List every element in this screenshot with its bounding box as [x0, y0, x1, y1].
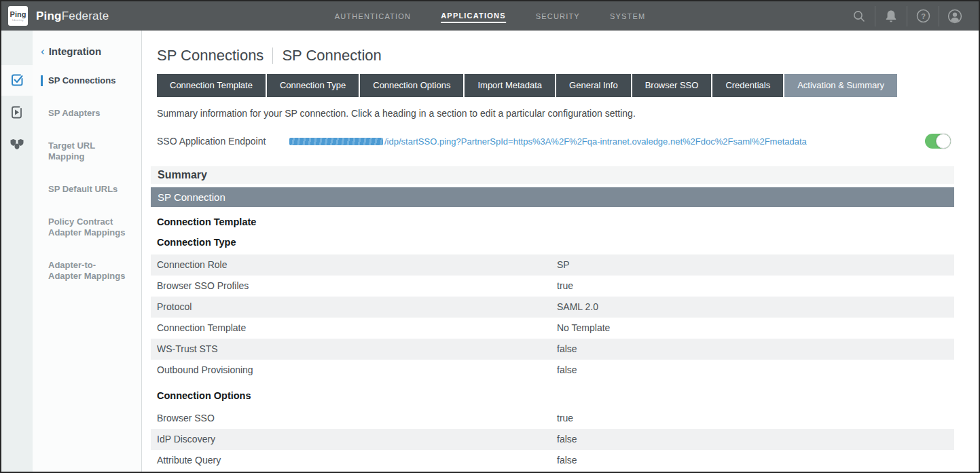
sso-endpoint-link[interactable]: /idp/startSSO.ping?PartnerSpId=https%3A%…	[289, 136, 807, 147]
logo-subtext: Identity	[12, 18, 24, 22]
row-label: Attribute Query	[157, 455, 221, 466]
row-value: SP	[557, 254, 570, 276]
tab-connection-options[interactable]: Connection Options	[360, 74, 463, 97]
row-value: true	[557, 408, 573, 429]
sp-adapters-icon[interactable]	[10, 105, 24, 122]
summary-section-header: Summary	[151, 166, 954, 184]
sidebar: ‹ Integration SP ConnectionsSP AdaptersT…	[33, 31, 142, 472]
sso-endpoint-label: SSO Application Endpoint	[157, 136, 289, 147]
row-label: WS-Trust STS	[157, 343, 218, 354]
sso-endpoint-row: SSO Application Endpoint /idp/startSSO.p…	[157, 134, 954, 149]
icon-rail	[1, 31, 33, 472]
app-title-bold: Ping	[36, 10, 62, 22]
ping-logo[interactable]: Ping Identity	[8, 6, 28, 26]
app-title-light: Federate	[62, 10, 109, 22]
sidebar-items: SP ConnectionsSP AdaptersTarget URL Mapp…	[41, 75, 141, 282]
tab-import-metadata[interactable]: Import Metadata	[465, 74, 555, 97]
title-divider	[272, 48, 273, 64]
search-icon[interactable]	[848, 6, 871, 26]
sidebar-item-sp-default-urls[interactable]: SP Default URLs	[41, 184, 128, 195]
tab-connection-type[interactable]: Connection Type	[267, 74, 359, 97]
section-heading-connection-template[interactable]: Connection Template	[151, 216, 954, 227]
divider	[907, 6, 907, 26]
summary-row-browser-sso: Browser SSO true	[151, 408, 954, 429]
summary-group: Connection Options Browser SSO true IdP …	[151, 390, 954, 471]
summary-row-browser-sso-profiles: Browser SSO Profiles true	[151, 276, 954, 297]
page-title: SP Connections SP Connection	[151, 47, 954, 64]
tab-browser-sso[interactable]: Browser SSO	[632, 74, 712, 97]
summary-row-outbound-provisioning: Outbound Provisioning false	[151, 360, 954, 381]
summary-help-text: Summary information for your SP connecti…	[157, 108, 954, 119]
sp-connections-icon[interactable]	[10, 73, 24, 90]
summary-groups: Connection Template Connection Type Conn…	[151, 216, 954, 471]
summary-row-connection-role: Connection Role SP	[151, 254, 954, 276]
divider	[875, 6, 875, 26]
toggle-knob	[936, 134, 951, 149]
topnav-item-security[interactable]: SECURITY	[536, 10, 580, 22]
row-label: Protocol	[157, 301, 192, 312]
sidebar-item-policy-contract-adapter-mappings[interactable]: Policy Contract Adapter Mappings	[41, 216, 128, 238]
row-value: SAML 2.0	[557, 297, 598, 318]
logo-text: Ping	[10, 11, 26, 18]
row-value: No Template	[557, 318, 610, 339]
row-value: false	[557, 450, 577, 471]
summary-row-ws-trust-sts: WS-Trust STS false	[151, 339, 954, 360]
breadcrumb-primary[interactable]: SP Connections	[157, 47, 264, 64]
summary-row-protocol: Protocol SAML 2.0	[151, 297, 954, 318]
primary-nav: AUTHENTICATIONAPPLICATIONSSECURITYSYSTEM	[335, 1, 646, 31]
sidebar-section-header[interactable]: ‹ Integration	[41, 45, 141, 57]
account-icon[interactable]	[943, 6, 966, 26]
row-value: true	[557, 276, 573, 297]
app-title: PingFederate	[36, 10, 109, 23]
summary-group: Connection Type Connection Role SP Brows…	[151, 237, 954, 381]
section-rows: Browser SSO true IdP Discovery false Att…	[151, 408, 954, 471]
row-label: Browser SSO Profiles	[157, 280, 249, 291]
tab-credentials[interactable]: Credentials	[712, 74, 783, 97]
tab-connection-template[interactable]: Connection Template	[157, 74, 266, 97]
top-bar: Ping Identity PingFederate AUTHENTICATIO…	[1, 1, 979, 31]
notifications-icon[interactable]	[879, 6, 903, 26]
wizard-tabs: Connection TemplateConnection TypeConnec…	[157, 74, 954, 97]
summary-row-attribute-query: Attribute Query false	[151, 450, 954, 471]
row-label: IdP Discovery	[157, 434, 215, 444]
divider	[939, 6, 939, 26]
section-heading-connection-type[interactable]: Connection Type	[151, 237, 954, 248]
topnav-item-authentication[interactable]: AUTHENTICATION	[335, 10, 412, 22]
section-heading-connection-options[interactable]: Connection Options	[151, 390, 954, 401]
breadcrumb-secondary: SP Connection	[282, 47, 381, 64]
summary-row-idp-discovery: IdP Discovery false	[151, 429, 954, 450]
target-url-mapping-icon[interactable]	[10, 138, 24, 153]
sidebar-item-sp-connections[interactable]: SP Connections	[41, 75, 128, 86]
back-chevron-icon: ‹	[41, 47, 45, 56]
sidebar-item-target-url-mapping[interactable]: Target URL Mapping	[41, 140, 128, 162]
row-label: Browser SSO	[157, 413, 215, 423]
sso-endpoint-url: /idp/startSSO.ping?PartnerSpId=https%3A%…	[384, 136, 807, 147]
sidebar-item-adapter-to-adapter-mappings[interactable]: Adapter-to-Adapter Mappings	[41, 260, 128, 282]
topnav-item-system[interactable]: SYSTEM	[610, 10, 645, 22]
row-value: false	[557, 360, 577, 381]
tab-general-info[interactable]: General Info	[556, 74, 631, 97]
summary-group: Connection Template	[151, 216, 954, 227]
row-value: false	[557, 429, 577, 450]
sp-connection-bar: SP Connection	[151, 187, 954, 207]
topnav-item-applications[interactable]: APPLICATIONS	[441, 9, 505, 23]
tab-activation-summary[interactable]: Activation & Summary	[784, 74, 897, 97]
row-label: Connection Template	[157, 322, 246, 333]
sidebar-section-label: Integration	[49, 45, 102, 57]
row-label: Connection Role	[157, 259, 228, 270]
row-value: false	[557, 339, 577, 360]
app-window: Ping Identity PingFederate AUTHENTICATIO…	[0, 0, 980, 473]
help-icon[interactable]: ?	[911, 6, 934, 26]
summary-row-connection-template: Connection Template No Template	[151, 318, 954, 339]
main-content: SP Connections SP Connection Connection …	[142, 31, 980, 472]
sidebar-item-sp-adapters[interactable]: SP Adapters	[41, 108, 128, 119]
brand: Ping Identity PingFederate	[8, 6, 109, 26]
redacted-host-scribble	[289, 138, 383, 145]
top-icons: ?	[848, 6, 966, 26]
row-label: Outbound Provisioning	[157, 364, 253, 375]
connection-status-toggle[interactable]	[925, 134, 951, 149]
section-rows: Connection Role SP Browser SSO Profiles …	[151, 254, 954, 381]
svg-text:?: ?	[921, 12, 926, 20]
